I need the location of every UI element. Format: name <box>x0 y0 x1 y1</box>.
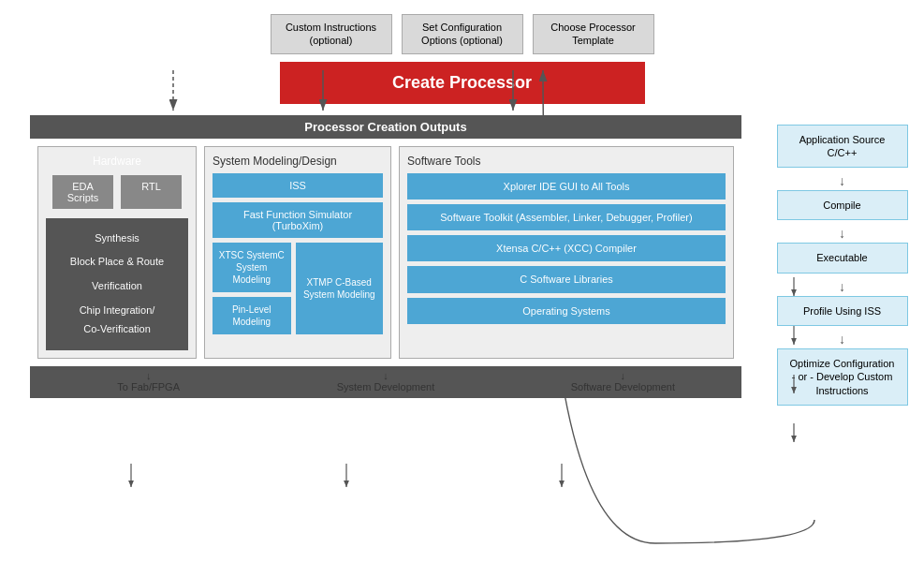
arrow-profile: ↓ <box>839 279 845 294</box>
arrow-compile: ↓ <box>839 173 845 188</box>
iss-box: ISS <box>213 173 383 198</box>
xtsc-pin-col: XTSC SystemC System Modeling Pin-Level M… <box>213 243 291 334</box>
os-box: Operating Systems <box>407 298 726 324</box>
choose-template-label: Choose Processor Template <box>550 22 636 46</box>
create-processor-label: Create Processor <box>392 73 532 92</box>
fast-func-box: Fast Function Simulator (TurboXim) <box>213 202 383 238</box>
choose-template-box: Choose Processor Template <box>533 14 654 54</box>
pco-header: Processor Creation Outputs <box>30 115 741 139</box>
hardware-title: Hardware <box>46 155 188 168</box>
custom-instructions-label: Custom Instructions (optional) <box>286 22 376 46</box>
pin-level-box: Pin-Level Modeling <box>213 297 291 334</box>
profile-box: Profile Using ISS <box>777 296 908 326</box>
libraries-box: C Software Libraries <box>407 266 726 292</box>
hardware-column: Hardware EDA Scripts RTL Synthesis Block… <box>37 146 197 359</box>
hw-footer: ↓To Fab/FPGA <box>69 370 228 392</box>
xtmp-box: XTMP C-Based System Modeling <box>296 243 384 334</box>
compiler-box: Xtensa C/C++ (XCC) Compiler <box>407 235 726 261</box>
sw-footer: ↓Software Development <box>543 370 702 392</box>
rtl-box: RTL <box>121 175 182 209</box>
software-tools-column: Software Tools Xplorer IDE GUI to All To… <box>399 146 734 359</box>
synthesis-box: Synthesis Block Place & Route Verificati… <box>46 218 188 350</box>
pco-container: Processor Creation Outputs Hardware EDA … <box>30 115 741 398</box>
optimize-box: Optimize Configuration - or - Develop Cu… <box>777 348 908 406</box>
system-modeling-column: System Modeling/Design ISS Fast Function… <box>204 146 391 359</box>
toolkit-box: Software Toolkit (Assembler, Linker, Deb… <box>407 204 726 230</box>
xtsc-box: XTSC SystemC System Modeling <box>213 243 291 292</box>
compile-box: Compile <box>777 190 908 220</box>
sys-footer: ↓System Development <box>306 370 465 392</box>
arrow-executable: ↓ <box>839 226 845 241</box>
system-modeling-title: System Modeling/Design <box>213 155 383 168</box>
set-config-options-box: Set Configuration Options (optional) <box>402 14 523 54</box>
set-config-label: Set Configuration Options (optional) <box>421 22 503 46</box>
custom-instructions-box: Custom Instructions (optional) <box>271 14 392 54</box>
eda-rtl-row: EDA Scripts RTL <box>46 175 188 209</box>
xplorer-box: Xplorer IDE GUI to All Tools <box>407 173 726 200</box>
diagram: Custom Instructions (optional) Set Confi… <box>0 0 924 562</box>
executable-box: Executable <box>777 243 908 273</box>
arrow-optimize: ↓ <box>839 332 845 347</box>
software-tools-title: Software Tools <box>407 155 726 168</box>
eda-scripts-box: EDA Scripts <box>52 175 113 209</box>
app-flow-column: Application Source C/C++ ↓ Compile ↓ Exe… <box>770 115 915 409</box>
sys-bottom-row: XTSC SystemC System Modeling Pin-Level M… <box>213 243 383 334</box>
app-source-box: Application Source C/C++ <box>777 125 908 169</box>
create-processor-box: Create Processor <box>280 62 645 104</box>
